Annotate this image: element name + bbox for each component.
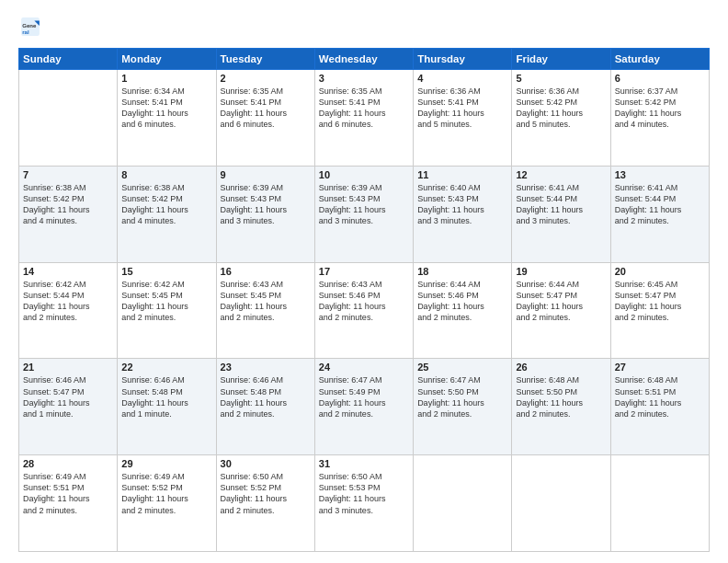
- day-number: 19: [516, 266, 606, 277]
- cell-info: Sunrise: 6:38 AM Sunset: 5:42 PM Dayligh…: [121, 182, 211, 227]
- calendar-cell: 19Sunrise: 6:44 AM Sunset: 5:47 PM Dayli…: [512, 262, 610, 359]
- day-number: 6: [615, 73, 705, 84]
- day-number: 3: [319, 73, 409, 84]
- day-number: 9: [221, 169, 311, 180]
- week-row-3: 21Sunrise: 6:46 AM Sunset: 5:47 PM Dayli…: [19, 359, 710, 455]
- calendar-cell: 15Sunrise: 6:42 AM Sunset: 5:45 PM Dayli…: [118, 262, 216, 359]
- calendar-cell: 16Sunrise: 6:43 AM Sunset: 5:45 PM Dayli…: [216, 262, 314, 359]
- day-number: 15: [121, 266, 211, 277]
- cell-info: Sunrise: 6:39 AM Sunset: 5:43 PM Dayligh…: [319, 182, 409, 227]
- calendar-cell: 27Sunrise: 6:48 AM Sunset: 5:51 PM Dayli…: [610, 359, 709, 455]
- day-number: 29: [121, 458, 211, 469]
- day-number: 10: [319, 169, 409, 180]
- cell-info: Sunrise: 6:44 AM Sunset: 5:47 PM Dayligh…: [516, 279, 606, 324]
- calendar-cell: 9Sunrise: 6:39 AM Sunset: 5:43 PM Daylig…: [216, 166, 314, 262]
- day-number: 31: [319, 458, 409, 469]
- calendar-cell: 22Sunrise: 6:46 AM Sunset: 5:48 PM Dayli…: [118, 359, 216, 455]
- week-row-1: 7Sunrise: 6:38 AM Sunset: 5:42 PM Daylig…: [19, 166, 710, 262]
- cell-info: Sunrise: 6:35 AM Sunset: 5:41 PM Dayligh…: [319, 86, 409, 131]
- calendar-cell: 14Sunrise: 6:42 AM Sunset: 5:44 PM Dayli…: [19, 262, 118, 359]
- calendar-cell: 5Sunrise: 6:36 AM Sunset: 5:42 PM Daylig…: [512, 70, 610, 167]
- cell-info: Sunrise: 6:49 AM Sunset: 5:51 PM Dayligh…: [23, 471, 113, 516]
- calendar-cell: [512, 455, 610, 552]
- cell-info: Sunrise: 6:40 AM Sunset: 5:43 PM Dayligh…: [417, 182, 507, 227]
- calendar-header-row: SundayMondayTuesdayWednesdayThursdayFrid…: [19, 49, 710, 70]
- cell-info: Sunrise: 6:46 AM Sunset: 5:48 PM Dayligh…: [121, 374, 211, 419]
- calendar-cell: 8Sunrise: 6:38 AM Sunset: 5:42 PM Daylig…: [118, 166, 216, 262]
- day-number: 30: [221, 458, 311, 469]
- col-header-wednesday: Wednesday: [314, 49, 413, 70]
- svg-text:Gene: Gene: [22, 23, 37, 29]
- cell-info: Sunrise: 6:46 AM Sunset: 5:48 PM Dayligh…: [221, 374, 311, 419]
- cell-info: Sunrise: 6:43 AM Sunset: 5:45 PM Dayligh…: [221, 279, 311, 324]
- svg-text:ral: ral: [22, 29, 29, 35]
- day-number: 20: [615, 266, 705, 277]
- cell-info: Sunrise: 6:50 AM Sunset: 5:53 PM Dayligh…: [319, 471, 409, 516]
- cell-info: Sunrise: 6:41 AM Sunset: 5:44 PM Dayligh…: [516, 182, 606, 227]
- calendar-cell: [19, 70, 118, 167]
- day-number: 1: [121, 73, 211, 84]
- day-number: 28: [23, 458, 113, 469]
- cell-info: Sunrise: 6:35 AM Sunset: 5:41 PM Dayligh…: [221, 86, 311, 131]
- week-row-2: 14Sunrise: 6:42 AM Sunset: 5:44 PM Dayli…: [19, 262, 710, 359]
- col-header-monday: Monday: [118, 49, 216, 70]
- week-row-4: 28Sunrise: 6:49 AM Sunset: 5:51 PM Dayli…: [19, 455, 710, 552]
- day-number: 12: [516, 169, 606, 180]
- col-header-saturday: Saturday: [610, 49, 709, 70]
- col-header-tuesday: Tuesday: [216, 49, 314, 70]
- day-number: 7: [23, 169, 113, 180]
- calendar-cell: 7Sunrise: 6:38 AM Sunset: 5:42 PM Daylig…: [19, 166, 118, 262]
- calendar-cell: 30Sunrise: 6:50 AM Sunset: 5:52 PM Dayli…: [216, 455, 314, 552]
- calendar-cell: 13Sunrise: 6:41 AM Sunset: 5:44 PM Dayli…: [610, 166, 709, 262]
- cell-info: Sunrise: 6:34 AM Sunset: 5:41 PM Dayligh…: [121, 86, 211, 131]
- calendar-cell: 28Sunrise: 6:49 AM Sunset: 5:51 PM Dayli…: [19, 455, 118, 552]
- col-header-thursday: Thursday: [414, 49, 512, 70]
- cell-info: Sunrise: 6:43 AM Sunset: 5:46 PM Dayligh…: [319, 279, 409, 324]
- calendar-cell: 18Sunrise: 6:44 AM Sunset: 5:46 PM Dayli…: [414, 262, 512, 359]
- calendar-cell: [610, 455, 709, 552]
- calendar-cell: 24Sunrise: 6:47 AM Sunset: 5:49 PM Dayli…: [314, 359, 413, 455]
- day-number: 17: [319, 266, 409, 277]
- cell-info: Sunrise: 6:46 AM Sunset: 5:47 PM Dayligh…: [23, 374, 113, 419]
- calendar-cell: 21Sunrise: 6:46 AM Sunset: 5:47 PM Dayli…: [19, 359, 118, 455]
- col-header-friday: Friday: [512, 49, 610, 70]
- calendar-cell: 20Sunrise: 6:45 AM Sunset: 5:47 PM Dayli…: [610, 262, 709, 359]
- calendar-cell: 17Sunrise: 6:43 AM Sunset: 5:46 PM Dayli…: [314, 262, 413, 359]
- day-number: 4: [417, 73, 507, 84]
- cell-info: Sunrise: 6:45 AM Sunset: 5:47 PM Dayligh…: [615, 279, 705, 324]
- calendar-cell: 1Sunrise: 6:34 AM Sunset: 5:41 PM Daylig…: [118, 70, 216, 167]
- cell-info: Sunrise: 6:48 AM Sunset: 5:51 PM Dayligh…: [615, 374, 705, 419]
- day-number: 26: [516, 362, 606, 373]
- cell-info: Sunrise: 6:50 AM Sunset: 5:52 PM Dayligh…: [221, 471, 311, 516]
- day-number: 18: [417, 266, 507, 277]
- cell-info: Sunrise: 6:36 AM Sunset: 5:42 PM Dayligh…: [516, 86, 606, 131]
- logo: Gene ral: [18, 17, 40, 40]
- calendar-cell: [414, 455, 512, 552]
- week-row-0: 1Sunrise: 6:34 AM Sunset: 5:41 PM Daylig…: [19, 70, 710, 167]
- cell-info: Sunrise: 6:49 AM Sunset: 5:52 PM Dayligh…: [121, 471, 211, 516]
- cell-info: Sunrise: 6:44 AM Sunset: 5:46 PM Dayligh…: [417, 279, 507, 324]
- cell-info: Sunrise: 6:36 AM Sunset: 5:41 PM Dayligh…: [417, 86, 507, 131]
- cell-info: Sunrise: 6:39 AM Sunset: 5:43 PM Dayligh…: [221, 182, 311, 227]
- page-header: Gene ral: [18, 17, 710, 40]
- day-number: 25: [417, 362, 507, 373]
- calendar-cell: 12Sunrise: 6:41 AM Sunset: 5:44 PM Dayli…: [512, 166, 610, 262]
- day-number: 8: [121, 169, 211, 180]
- calendar-cell: 25Sunrise: 6:47 AM Sunset: 5:50 PM Dayli…: [414, 359, 512, 455]
- day-number: 16: [221, 266, 311, 277]
- col-header-sunday: Sunday: [19, 49, 118, 70]
- calendar-cell: 11Sunrise: 6:40 AM Sunset: 5:43 PM Dayli…: [414, 166, 512, 262]
- cell-info: Sunrise: 6:42 AM Sunset: 5:45 PM Dayligh…: [121, 279, 211, 324]
- calendar-cell: 29Sunrise: 6:49 AM Sunset: 5:52 PM Dayli…: [118, 455, 216, 552]
- calendar-cell: 3Sunrise: 6:35 AM Sunset: 5:41 PM Daylig…: [314, 70, 413, 167]
- cell-info: Sunrise: 6:41 AM Sunset: 5:44 PM Dayligh…: [615, 182, 705, 227]
- cell-info: Sunrise: 6:37 AM Sunset: 5:42 PM Dayligh…: [615, 86, 705, 131]
- calendar-table: SundayMondayTuesdayWednesdayThursdayFrid…: [18, 48, 710, 552]
- logo-icon: Gene ral: [20, 17, 40, 37]
- day-number: 2: [221, 73, 311, 84]
- day-number: 21: [23, 362, 113, 373]
- day-number: 22: [121, 362, 211, 373]
- cell-info: Sunrise: 6:38 AM Sunset: 5:42 PM Dayligh…: [23, 182, 113, 227]
- calendar-cell: 26Sunrise: 6:48 AM Sunset: 5:50 PM Dayli…: [512, 359, 610, 455]
- day-number: 23: [221, 362, 311, 373]
